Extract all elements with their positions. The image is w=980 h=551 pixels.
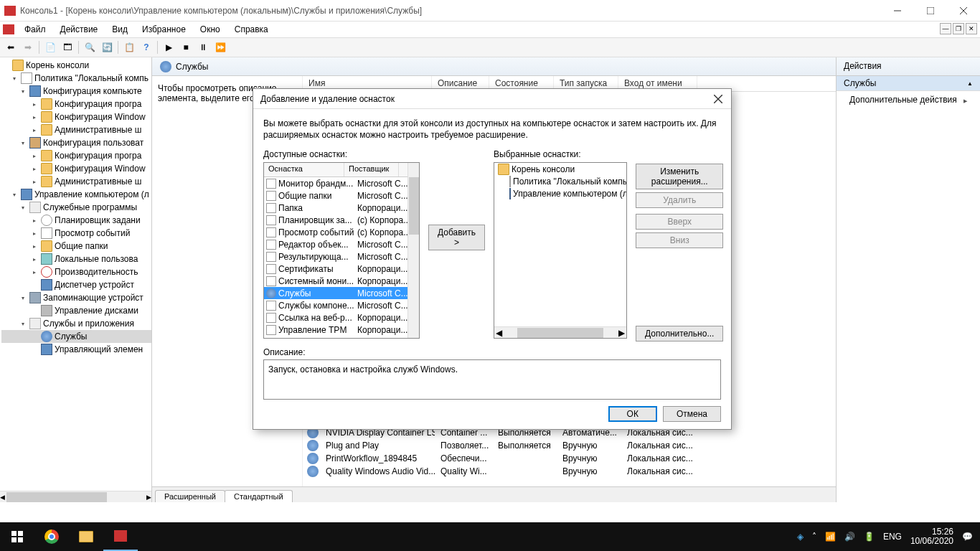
tree-comp-mgmt[interactable]: ▾Управление компьютером (л bbox=[1, 188, 151, 201]
menu-favorites[interactable]: Избранное bbox=[135, 23, 193, 36]
actions-more[interactable]: Дополнительные действия bbox=[837, 91, 980, 108]
tree-user-config[interactable]: ▾Конфигурация пользоват bbox=[1, 136, 151, 149]
pause-button[interactable]: ⏸ bbox=[195, 39, 211, 55]
properties-button[interactable]: 📋 bbox=[121, 39, 137, 55]
list-item[interactable]: ПапкаКорпораци... bbox=[264, 202, 407, 214]
tree-item[interactable]: ▸Административные ш bbox=[1, 123, 151, 136]
list-item[interactable]: Общие папкиMicrosoft C... bbox=[264, 189, 407, 202]
list-item[interactable]: Редактор объек...Microsoft C... bbox=[264, 238, 407, 250]
list-item[interactable]: Политика "Локальный компь bbox=[494, 175, 626, 187]
list-item[interactable]: Управление TPMКорпораци... bbox=[264, 324, 407, 336]
mdi-restore[interactable]: ❐ bbox=[953, 23, 964, 34]
description-box: Запуск, остановка и настройка служб Wind… bbox=[263, 359, 721, 400]
tray-defender-icon[interactable]: ◈ bbox=[797, 532, 804, 542]
tree-hscroll[interactable]: ◀▶ bbox=[0, 491, 151, 502]
tree-policy[interactable]: ▾Политика "Локальный компь bbox=[1, 72, 151, 85]
ok-button[interactable]: ОК bbox=[608, 406, 657, 422]
tray-volume-icon[interactable]: 🔊 bbox=[844, 532, 855, 542]
tree-comp-config[interactable]: ▾Конфигурация компьюте bbox=[1, 85, 151, 98]
tree-devmgr[interactable]: Диспетчер устройст bbox=[1, 278, 151, 291]
list-item[interactable]: СертификатыКорпораци... bbox=[264, 263, 407, 275]
list-item[interactable]: Системный мони...Корпораци... bbox=[264, 275, 407, 287]
tray-network-icon[interactable]: 📶 bbox=[825, 532, 836, 542]
wmi-icon bbox=[41, 344, 52, 355]
actions-section-services[interactable]: Службы▲ bbox=[837, 76, 980, 91]
mdi-minimize[interactable]: — bbox=[940, 23, 951, 34]
add-button[interactable]: Добавить > bbox=[428, 225, 485, 250]
show-hide-tree-button[interactable]: 🗔 bbox=[60, 39, 75, 55]
forward-button[interactable]: ➡ bbox=[20, 39, 36, 55]
up-button[interactable]: Вверх bbox=[636, 214, 723, 230]
menu-file[interactable]: Файл bbox=[17, 23, 53, 36]
table-row[interactable]: Plug and PlayПозволяет...ВыполняетсяВруч… bbox=[303, 439, 836, 452]
tree-root[interactable]: Корень консоли bbox=[1, 59, 151, 72]
taskbar-chrome[interactable] bbox=[34, 522, 69, 551]
back-button[interactable]: ⬅ bbox=[3, 39, 19, 55]
tree-item[interactable]: ▸Конфигурация Window bbox=[1, 162, 151, 175]
help-button[interactable]: ? bbox=[138, 39, 154, 55]
down-button[interactable]: Вниз bbox=[636, 232, 723, 248]
tree-sys-tools[interactable]: ▾Служебные программы bbox=[1, 201, 151, 214]
maximize-button[interactable] bbox=[914, 0, 947, 22]
list-item[interactable]: Планировщик за...(с) Корпора... bbox=[264, 214, 407, 226]
tab-extended[interactable]: Расширенный bbox=[155, 490, 225, 502]
remove-button[interactable]: Удалить bbox=[636, 192, 723, 208]
selected-snapins-list[interactable]: Корень консоли Политика "Локальный компь… bbox=[494, 162, 627, 339]
restart-button[interactable]: ⏩ bbox=[212, 39, 228, 55]
tray-language[interactable]: ENG bbox=[883, 532, 902, 542]
refresh-button[interactable]: 🔄 bbox=[99, 39, 115, 55]
stop-button[interactable]: ■ bbox=[178, 39, 194, 55]
hscroll[interactable]: ◀▶ bbox=[494, 326, 626, 338]
edit-extensions-button[interactable]: Изменить расширения... bbox=[636, 164, 723, 189]
list-item[interactable]: Управление компьютером (ло bbox=[494, 187, 626, 199]
taskbar-mmc[interactable] bbox=[103, 522, 138, 551]
menu-help[interactable]: Справка bbox=[227, 23, 275, 36]
menu-view[interactable]: Вид bbox=[105, 23, 135, 36]
cancel-button[interactable]: Отмена bbox=[663, 406, 721, 422]
tree-svc-apps[interactable]: ▾Службы и приложения bbox=[1, 317, 151, 330]
tree-eventvwr[interactable]: ▸Просмотр событий bbox=[1, 227, 151, 240]
table-row[interactable]: Quality Windows Audio Vid...Quality Wi..… bbox=[303, 465, 836, 478]
tray-notifications-icon[interactable]: 💬 bbox=[962, 532, 973, 542]
tree-local-users[interactable]: ▸Локальные пользова bbox=[1, 253, 151, 265]
tray-chevron-icon[interactable]: ˄ bbox=[812, 532, 816, 542]
list-item[interactable]: Корень консоли bbox=[494, 163, 626, 175]
taskbar-explorer[interactable] bbox=[69, 522, 103, 551]
list-scrollbar[interactable] bbox=[407, 163, 419, 338]
list-item[interactable]: Ссылка на веб-р...Корпораци... bbox=[264, 311, 407, 324]
tree-diskmgmt[interactable]: Управление дисками bbox=[1, 304, 151, 317]
tree-services[interactable]: Службы bbox=[1, 330, 151, 343]
tree-scheduler[interactable]: ▸Планировщик задани bbox=[1, 214, 151, 227]
tree-wmi[interactable]: Управляющий элемен bbox=[1, 343, 151, 356]
start-button[interactable] bbox=[0, 522, 34, 551]
list-item[interactable]: Результирующа...Microsoft C... bbox=[264, 250, 407, 263]
tree-item[interactable]: ▸Конфигурация Window bbox=[1, 110, 151, 123]
tree-item[interactable]: ▸Конфигурация програ bbox=[1, 149, 151, 162]
snapin-icon bbox=[266, 264, 276, 274]
snapin-icon bbox=[266, 240, 276, 250]
tree-item[interactable]: ▸Конфигурация програ bbox=[1, 98, 151, 110]
table-row[interactable]: PrintWorkflow_1894845Обеспечи...ВручнуюЛ… bbox=[303, 452, 836, 465]
tree-perf[interactable]: ▸Производительность bbox=[1, 265, 151, 278]
advanced-button[interactable]: Дополнительно... bbox=[636, 326, 723, 342]
menu-window[interactable]: Окно bbox=[193, 23, 227, 36]
list-item[interactable]: СлужбыMicrosoft C... bbox=[264, 287, 407, 299]
list-item[interactable]: Просмотр событий(с) Корпора... bbox=[264, 226, 407, 238]
mdi-close[interactable]: ✕ bbox=[966, 23, 977, 34]
tray-battery-icon[interactable]: 🔋 bbox=[864, 532, 875, 542]
menu-action[interactable]: Действие bbox=[53, 23, 105, 36]
tree-storage[interactable]: ▾Запоминающие устройст bbox=[1, 291, 151, 304]
tray-clock[interactable]: 15:26 10/06/2020 bbox=[910, 527, 953, 546]
minimize-button[interactable] bbox=[881, 0, 914, 22]
up-button[interactable]: 📄 bbox=[42, 39, 58, 55]
play-button[interactable]: ▶ bbox=[161, 39, 176, 55]
list-item[interactable]: Службы компоне...Microsoft C... bbox=[264, 299, 407, 311]
tree-item[interactable]: ▸Административные ш bbox=[1, 175, 151, 188]
close-button[interactable] bbox=[947, 0, 980, 22]
available-snapins-list[interactable]: ОснасткаПоставщик Монитор брандм...Micro… bbox=[263, 162, 420, 339]
dialog-close-button[interactable] bbox=[707, 89, 730, 109]
list-item[interactable]: Монитор брандм...Microsoft C... bbox=[264, 177, 407, 189]
tab-standard[interactable]: Стандартный bbox=[225, 490, 293, 502]
export-button[interactable]: 🔍 bbox=[82, 39, 98, 55]
tree-shared[interactable]: ▸Общие папки bbox=[1, 240, 151, 253]
